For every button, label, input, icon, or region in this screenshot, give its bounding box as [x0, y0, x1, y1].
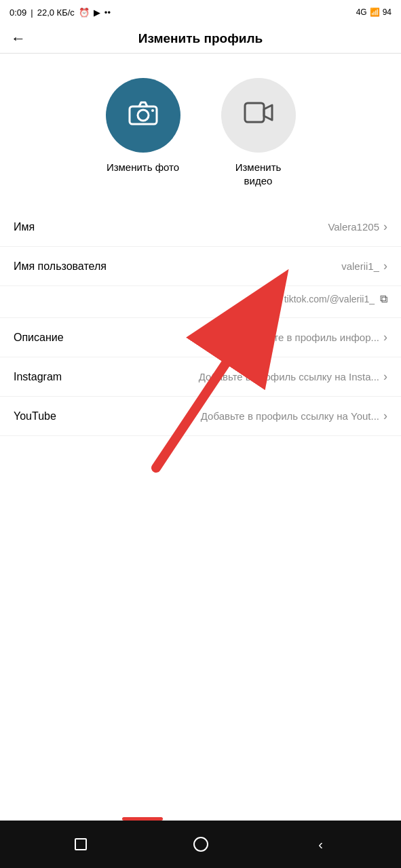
- app-bar: ← Изменить профиль: [0, 24, 401, 54]
- name-label: Имя: [14, 221, 102, 233]
- recents-icon: [75, 838, 87, 850]
- copy-icon[interactable]: ⧉: [380, 293, 387, 305]
- back-icon: ‹: [318, 837, 323, 852]
- fields-section: Имя Valera1205 › Имя пользователя valeri…: [0, 201, 401, 443]
- alarm-icon: ⏰: [79, 7, 90, 18]
- instagram-field-row[interactable]: Instagram Добавьте в профиль ссылку на I…: [0, 357, 401, 397]
- back-button[interactable]: ←: [11, 30, 26, 47]
- youtube-label: YouTube: [14, 410, 102, 422]
- svg-rect-3: [245, 103, 264, 122]
- youtube-value: Добавьте в профиль ссылку на Yout...: [102, 410, 379, 422]
- battery-level: 94: [383, 7, 392, 17]
- name-chevron-icon: ›: [383, 220, 387, 234]
- change-photo-label: Изменить фото: [107, 161, 179, 174]
- video-avatar: [221, 78, 296, 153]
- more-dots: ••: [104, 7, 111, 18]
- username-chevron-icon: ›: [383, 259, 387, 273]
- description-label: Описание: [14, 332, 102, 344]
- instagram-chevron-icon: ›: [383, 370, 387, 384]
- username-label: Имя пользователя: [14, 260, 107, 273]
- youtube-chevron-icon: ›: [383, 409, 387, 423]
- tiktok-link-text: tiktok.com/@valerii1_: [284, 294, 375, 304]
- description-value: Добавьте в профиль инфор...: [102, 332, 379, 343]
- signal-bars: 📶: [370, 7, 380, 17]
- instagram-label: Instagram: [14, 371, 102, 383]
- photo-avatar: [106, 78, 180, 153]
- description-chevron-icon: ›: [383, 330, 387, 344]
- video-icon: [244, 100, 273, 131]
- username-field-row[interactable]: Имя пользователя valerii1_ ›: [0, 247, 401, 286]
- change-video-button[interactable]: Изменитьвидео: [221, 78, 296, 187]
- name-value: Valera1205: [102, 221, 379, 233]
- svg-point-1: [138, 110, 149, 121]
- youtube-field-row[interactable]: YouTube Добавьте в профиль ссылку на You…: [0, 397, 401, 436]
- status-left: 0:09 | 22,0 КБ/с ⏰ ▶ ••: [9, 7, 111, 18]
- nav-bar: ‹: [0, 821, 401, 868]
- change-photo-button[interactable]: Изменить фото: [106, 78, 180, 174]
- nav-recents-button[interactable]: [67, 831, 94, 858]
- tiktok-link-row[interactable]: tiktok.com/@valerii1_ ⧉: [0, 286, 401, 318]
- status-right: 4G 📶 94: [356, 7, 392, 17]
- nav-home-button[interactable]: [187, 831, 214, 858]
- home-icon: [193, 837, 208, 852]
- description-field-row[interactable]: Описание Добавьте в профиль инфор... ›: [0, 318, 401, 357]
- username-value: valerii1_: [107, 260, 379, 272]
- signal-icon: 4G: [356, 7, 367, 17]
- network-speed: |: [31, 7, 33, 18]
- time: 0:09: [9, 7, 26, 18]
- telegram-icon: ▶: [94, 7, 100, 18]
- nav-back-button[interactable]: ‹: [307, 831, 335, 858]
- avatars-section: Изменить фото Изменитьвидео: [0, 54, 401, 201]
- network-speed-value: 22,0 КБ/с: [37, 7, 75, 18]
- name-field-row[interactable]: Имя Valera1205 ›: [0, 208, 401, 247]
- svg-point-2: [151, 109, 154, 112]
- camera-icon: [128, 100, 158, 132]
- change-video-label: Изменитьвидео: [235, 161, 282, 187]
- status-bar: 0:09 | 22,0 КБ/с ⏰ ▶ •• 4G 📶 94: [0, 0, 401, 24]
- instagram-value: Добавьте в профиль ссылку на Insta...: [102, 371, 379, 382]
- page-title: Изменить профиль: [138, 31, 263, 46]
